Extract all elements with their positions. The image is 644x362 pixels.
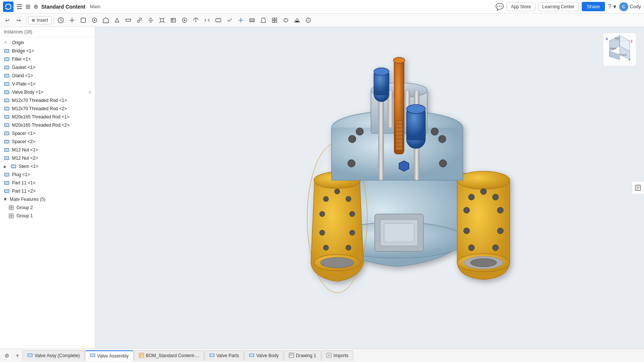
tool-20[interactable] xyxy=(269,15,280,25)
tree-item-bridge[interactable]: Bridge <1> xyxy=(0,47,95,55)
tool-4[interactable] xyxy=(89,15,100,25)
tool-22[interactable] xyxy=(292,15,302,25)
tree-label-m12nut2: M12 Nut <2> xyxy=(12,156,91,161)
learning-center-button[interactable]: Learning Center xyxy=(538,2,579,11)
tree-item-origin[interactable]: ✕ Origin xyxy=(0,39,95,47)
tree-item-m12nut2[interactable]: M12 Nut <2> xyxy=(0,154,95,162)
tool-21[interactable] xyxy=(281,15,291,25)
tree-label-group2: Group 2 xyxy=(17,205,91,210)
svg-rect-30 xyxy=(11,165,16,168)
tree-label-gland: Gland <1> xyxy=(12,73,91,78)
tool-14[interactable] xyxy=(202,15,212,25)
tree-item-plug1[interactable]: Plug <1> xyxy=(0,171,95,179)
tree-item-valvebody[interactable]: Valve Body <1> ≡ xyxy=(0,88,95,96)
orientation-cube[interactable]: Z Y X Top Front Right xyxy=(603,33,636,66)
insert-button[interactable]: ⊕ Insert xyxy=(28,16,51,24)
svg-rect-81 xyxy=(384,223,414,242)
tab-valve-body[interactable]: Valve Body xyxy=(244,350,284,361)
tool-16[interactable] xyxy=(224,15,235,25)
right-edge-panel xyxy=(632,182,644,194)
svg-rect-84 xyxy=(378,90,384,180)
app-store-button[interactable]: App Store xyxy=(507,2,535,11)
tool-7[interactable] xyxy=(123,15,134,25)
svg-rect-33 xyxy=(5,190,9,193)
collapse-icon-mate: ▼ xyxy=(3,197,8,202)
tab-bom[interactable]: BOM_Standard Content-... xyxy=(134,350,204,361)
svg-text:Z: Z xyxy=(630,39,633,43)
svg-rect-34 xyxy=(9,205,11,208)
svg-rect-3 xyxy=(81,18,86,22)
svg-marker-104 xyxy=(399,161,409,171)
tool-15[interactable] xyxy=(213,15,224,25)
tree-item-spacer2[interactable]: Spacer <2> xyxy=(0,138,95,146)
tree-item-m12nut1[interactable]: M12 Nut <1> xyxy=(0,146,95,154)
tool-10[interactable] xyxy=(157,15,167,25)
svg-rect-25 xyxy=(5,124,9,127)
tree-item-m20rod2[interactable]: M20x165 Threaded Rod <2> xyxy=(0,121,95,129)
tool-2[interactable] xyxy=(67,15,77,25)
tree-label-part11a: Part 11 <1> xyxy=(12,180,91,185)
tree-label-plug1: Plug <1> xyxy=(12,172,91,177)
canvas-area[interactable]: Z Y X Top Front Right xyxy=(95,27,644,349)
tab-drawing1[interactable]: Drawing 1 xyxy=(284,350,321,361)
tree-item-m12rod2[interactable]: M12x70 Threaded Rod <2> xyxy=(0,105,95,113)
tool-3[interactable] xyxy=(78,15,89,25)
add-icon[interactable]: ⊕ xyxy=(33,3,38,10)
user-menu[interactable]: C Cody xyxy=(619,2,641,11)
mate-features-header[interactable]: ▼ Mate Features (5) xyxy=(0,195,95,203)
tool-17[interactable] xyxy=(236,15,246,25)
svg-rect-29 xyxy=(5,157,9,160)
tool-18[interactable] xyxy=(247,15,257,25)
svg-point-64 xyxy=(464,207,470,213)
tree-item-spacer1[interactable]: Spacer <1> xyxy=(0,129,95,138)
tree-item-gland[interactable]: Gland <1> xyxy=(0,72,95,80)
view-options-icon[interactable] xyxy=(633,183,642,192)
tree-label-spacer2: Spacer <2> xyxy=(12,139,91,144)
tool-9[interactable] xyxy=(146,15,156,25)
svg-rect-11 xyxy=(272,18,274,20)
tree-item-filler[interactable]: Filler <1> xyxy=(0,55,95,63)
onshape-logo[interactable] xyxy=(3,1,14,12)
tab-imports[interactable]: Imports xyxy=(321,350,353,361)
undo-button[interactable]: ↩ xyxy=(2,15,13,25)
tool-13[interactable] xyxy=(191,15,201,25)
chat-icon[interactable]: 💬 xyxy=(495,3,504,11)
tool-1[interactable] xyxy=(56,15,66,25)
tree-list: ✕ Origin Bridge <1> Filler <1> Gasket <1… xyxy=(0,37,95,349)
tab-valve-assy-complete[interactable]: Valve Assy (Complete) xyxy=(23,350,85,361)
tool-5[interactable] xyxy=(101,15,111,25)
tool-12[interactable] xyxy=(179,15,190,25)
tool-23[interactable] xyxy=(303,15,314,25)
svg-rect-24 xyxy=(5,115,9,118)
svg-point-48 xyxy=(335,189,340,194)
tree-item-group1[interactable]: Group 1 xyxy=(0,212,95,220)
redo-button[interactable]: ↪ xyxy=(14,15,24,25)
tree-item-vplate[interactable]: V-Plate <1> xyxy=(0,80,95,88)
tree-item-m12rod1[interactable]: M12x70 Threaded Rod <1> xyxy=(0,96,95,105)
tab-settings-icon[interactable]: ⚙ xyxy=(2,351,12,360)
tool-8[interactable] xyxy=(134,15,145,25)
tree-item-group2[interactable]: Group 2 xyxy=(0,203,95,212)
tree-label-group1: Group 1 xyxy=(17,213,91,218)
tool-19[interactable] xyxy=(258,15,269,25)
tab-label-imports: Imports xyxy=(333,353,348,358)
toolbar-separator-2 xyxy=(53,16,54,24)
svg-point-66 xyxy=(464,228,470,234)
tree-item-gasket[interactable]: Gasket <1> xyxy=(0,63,95,72)
expand-icon-stem: ▶ xyxy=(4,165,8,169)
tree-item-part11a[interactable]: Part 11 <1> xyxy=(0,179,95,187)
tab-add-button[interactable]: + xyxy=(13,351,22,361)
tree-item-m20rod1[interactable]: M20x165 Threaded Rod <1> xyxy=(0,113,95,121)
tab-valve-assembly[interactable]: Valve Assembly xyxy=(85,350,134,361)
hamburger-menu[interactable]: ☰ xyxy=(17,3,23,11)
doc-tree-icon[interactable]: ⊞ xyxy=(26,3,30,10)
valvebody-extra: ≡ xyxy=(89,90,91,94)
svg-rect-35 xyxy=(11,205,14,208)
help-button[interactable]: ? ▾ xyxy=(608,3,616,10)
share-button[interactable]: Share xyxy=(582,2,605,11)
tool-6[interactable] xyxy=(112,15,122,25)
tree-item-part11b[interactable]: Part 11 <2> xyxy=(0,187,95,195)
tab-valve-parts[interactable]: Valve Parts xyxy=(204,350,244,361)
tree-item-stem1[interactable]: ▶ Stem <1> xyxy=(0,162,95,171)
tool-11[interactable] xyxy=(168,15,179,25)
